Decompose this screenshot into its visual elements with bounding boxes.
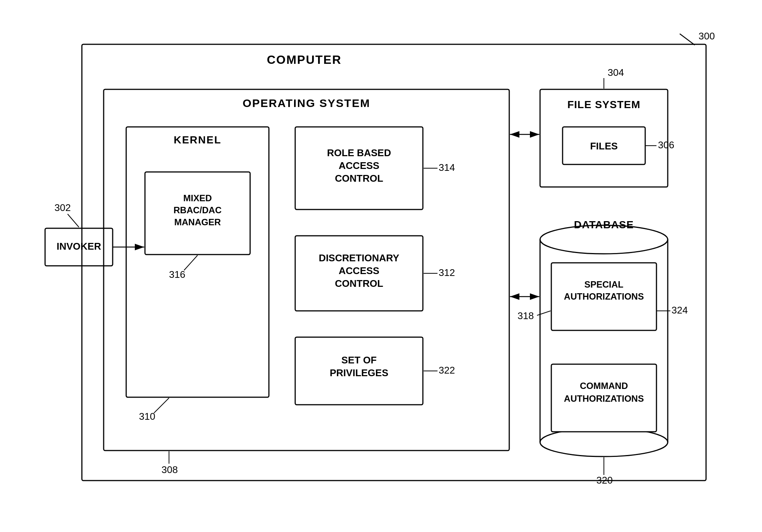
svg-rect-26 [540,89,668,187]
svg-text:ROLE BASED: ROLE BASED [327,147,391,158]
svg-line-5 [680,34,695,45]
svg-text:314: 314 [439,162,455,173]
svg-rect-15 [295,127,423,209]
svg-point-30 [540,225,668,254]
svg-text:KERNEL: KERNEL [174,134,221,146]
svg-text:302: 302 [54,202,71,213]
svg-text:PRIVILEGES: PRIVILEGES [330,367,388,378]
svg-text:CONTROL: CONTROL [335,173,383,184]
svg-text:318: 318 [518,310,534,321]
svg-line-46 [68,214,79,227]
svg-text:300: 300 [699,30,715,42]
svg-text:DATABASE: DATABASE [574,219,634,231]
svg-rect-9 [126,127,269,397]
svg-text:FILE SYSTEM: FILE SYSTEM [567,99,641,110]
svg-text:OPERATING SYSTEM: OPERATING SYSTEM [243,97,370,109]
svg-line-56 [184,255,198,270]
svg-text:AUTHORIZATIONS: AUTHORIZATIONS [564,393,644,404]
svg-line-64 [537,311,551,315]
svg-text:SET OF: SET OF [341,354,377,366]
svg-text:320: 320 [596,475,613,486]
svg-text:COMPUTER: COMPUTER [267,53,341,66]
svg-text:CONTROL: CONTROL [335,278,383,289]
svg-text:COMMAND: COMMAND [580,381,628,391]
svg-text:AUTHORIZATIONS: AUTHORIZATIONS [564,291,644,301]
svg-point-31 [540,428,668,457]
svg-rect-3 [82,44,706,481]
svg-text:MIXED: MIXED [183,193,212,203]
svg-text:310: 310 [139,411,155,422]
svg-rect-11 [145,172,250,255]
svg-text:RBAC/DAC: RBAC/DAC [174,205,222,215]
svg-rect-41 [45,228,113,266]
svg-text:ACCESS: ACCESS [339,160,379,171]
svg-line-54 [154,398,169,413]
svg-text:MANAGER: MANAGER [174,217,221,227]
svg-rect-28 [563,127,645,164]
svg-rect-23 [295,337,423,405]
svg-text:INVOKER: INVOKER [57,241,101,252]
svg-text:322: 322 [439,365,455,376]
svg-text:308: 308 [161,464,178,475]
svg-rect-7 [104,89,509,451]
svg-rect-35 [551,263,656,330]
svg-text:324: 324 [671,304,688,316]
svg-text:304: 304 [608,67,624,78]
svg-text:DISCRETIONARY: DISCRETIONARY [319,252,399,264]
svg-rect-19 [295,236,423,311]
svg-text:SPECIAL: SPECIAL [584,279,623,289]
svg-text:316: 316 [169,269,185,280]
svg-text:FILES: FILES [590,140,618,152]
svg-text:306: 306 [658,139,674,151]
svg-text:312: 312 [439,267,455,278]
svg-rect-38 [551,364,656,432]
diagram: COMPUTER 300 OPERATING SYSTEM KERNEL MIX… [38,23,721,503]
svg-text:ACCESS: ACCESS [339,265,379,276]
